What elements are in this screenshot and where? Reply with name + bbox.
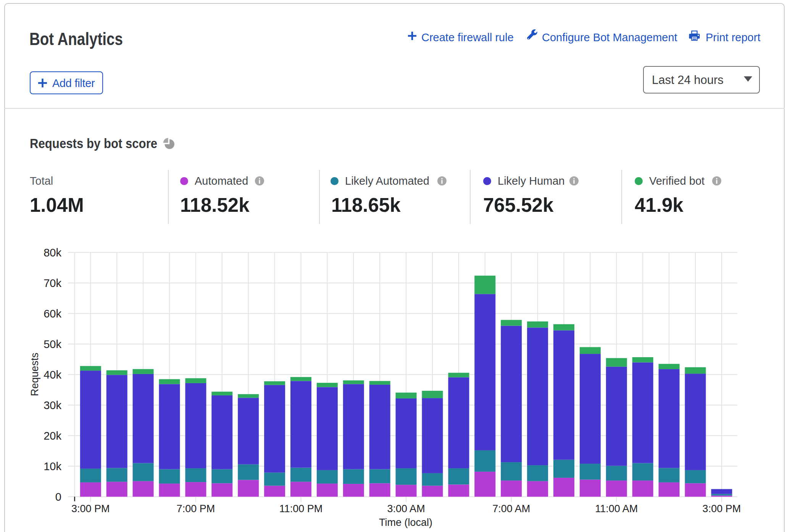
svg-text:7:00 PM: 7:00 PM: [177, 503, 215, 514]
svg-text:11:00 AM: 11:00 AM: [595, 503, 638, 514]
svg-text:50k: 50k: [44, 338, 61, 350]
svg-text:40k: 40k: [44, 369, 61, 381]
svg-text:0: 0: [55, 491, 61, 503]
svg-text:20k: 20k: [44, 430, 61, 442]
svg-text:80k: 80k: [44, 247, 61, 259]
svg-text:Time (local): Time (local): [379, 517, 432, 528]
svg-text:70k: 70k: [44, 277, 61, 289]
svg-text:10k: 10k: [44, 460, 61, 472]
svg-text:11:00 PM: 11:00 PM: [279, 503, 323, 514]
svg-text:3:00 PM: 3:00 PM: [71, 503, 110, 514]
svg-text:Requests: Requests: [29, 353, 40, 396]
svg-text:60k: 60k: [44, 308, 61, 320]
svg-text:30k: 30k: [44, 399, 61, 411]
svg-text:7:00 AM: 7:00 AM: [492, 503, 530, 514]
svg-text:3:00 AM: 3:00 AM: [387, 503, 425, 514]
svg-text:3:00 PM: 3:00 PM: [703, 503, 741, 514]
